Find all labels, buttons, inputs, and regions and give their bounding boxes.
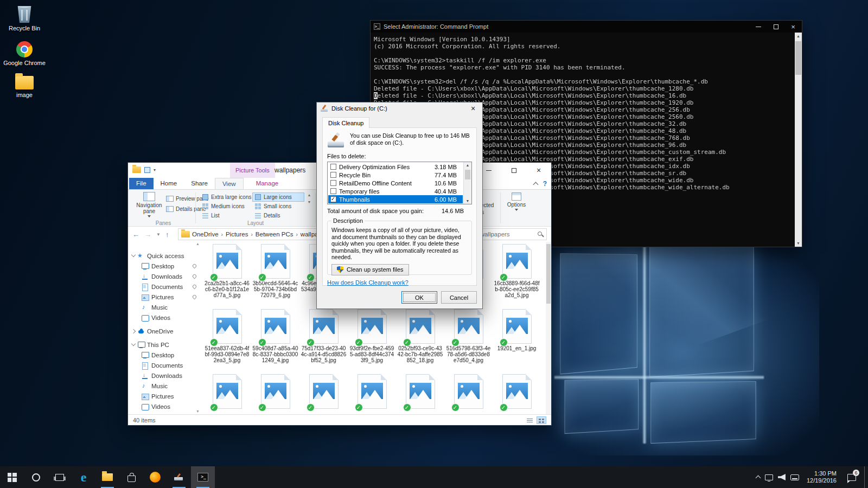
sidebar-quick-access[interactable]: Quick access <box>128 251 201 261</box>
qat-customize-chevron-icon[interactable]: ▾ <box>154 168 156 172</box>
file-item[interactable]: ✓ 2ca2b2b1-a8cc-46c6-b2e0-b1f12a1ed77a_5… <box>203 244 251 309</box>
scroll-up-icon[interactable]: ▲ <box>464 163 471 167</box>
tab-disk-cleanup[interactable]: Disk Cleanup <box>322 117 369 128</box>
file-item[interactable]: ✓ 75d17f33-de23-404c-a914-d5cd8826bf52_5… <box>299 309 348 374</box>
how-does-disk-cleanup-work-link[interactable]: How does Disk Cleanup work? <box>327 279 409 286</box>
file-item[interactable]: ✓ 19201_en_1.jpg <box>493 309 541 374</box>
cleanup-item-row[interactable]: Thumbnails 6.00 MB <box>328 195 463 203</box>
navigation-pane-button[interactable]: Navigation pane <box>133 192 165 221</box>
breadcrumb-between-pcs[interactable]: Between PCs <box>253 231 296 237</box>
file-item[interactable]: ✓ 16cb3889-f66d-48fb-805c-ee2c59f85a2d_5… <box>493 244 541 309</box>
scroll-down-icon[interactable]: ▼ <box>795 240 802 247</box>
file-item[interactable]: ✓ 0252bf93-ce9c-4342-bc7b-4affe2985852_1… <box>396 309 444 374</box>
collapsed-chevron-icon[interactable] <box>131 329 136 333</box>
file-item[interactable]: ✓ <box>299 374 348 414</box>
minimize-ribbon-icon[interactable] <box>533 182 538 188</box>
sidebar-pc-documents[interactable]: Documents <box>128 360 201 370</box>
layout-large-icons[interactable]: Large icons <box>252 192 304 202</box>
tab-file[interactable]: File <box>129 178 154 189</box>
checkbox[interactable] <box>330 188 336 194</box>
layout-small-icons[interactable]: Small icons <box>252 202 304 211</box>
breadcrumb-pictures[interactable]: Pictures <box>224 231 251 237</box>
desktop-icon-recycle-bin[interactable]: Recycle Bin <box>3 4 46 31</box>
cleanup-item-row[interactable]: Temporary files 40.4 MB <box>328 187 463 195</box>
back-button[interactable]: ← <box>132 230 139 239</box>
layout-scroll-down-icon[interactable]: ▼ <box>308 200 311 204</box>
up-button[interactable]: ↑ <box>165 230 169 239</box>
cmd-title-bar[interactable]: >_ Select Administrator: Command Prompt … <box>371 21 802 33</box>
cmd-close-button[interactable]: × <box>784 21 802 33</box>
dialog-close-button[interactable]: × <box>464 103 482 114</box>
sidebar-this-pc[interactable]: This PC <box>128 339 201 350</box>
sidebar-scrollbar[interactable]: ▲ ▼ <box>195 242 201 414</box>
cancel-button[interactable]: Cancel <box>441 291 477 304</box>
store-button[interactable] <box>119 466 143 488</box>
details-view-toggle[interactable] <box>525 416 534 424</box>
clean-up-system-files-button[interactable]: Clean up system files <box>331 264 409 275</box>
layout-details[interactable]: Details <box>252 211 304 220</box>
cmd-scrollbar[interactable]: ▲ ▼ <box>795 33 802 247</box>
options-button[interactable]: Options <box>503 192 529 223</box>
sidebar-pc-music[interactable]: Music <box>128 381 201 391</box>
thumbnail-view-toggle[interactable] <box>537 416 546 424</box>
sidebar-item-videos[interactable]: Videos <box>128 312 201 323</box>
sidebar-item-documents[interactable]: Documents <box>128 281 201 292</box>
disk-cleanup-taskbar-button[interactable] <box>167 466 191 488</box>
edge-button[interactable]: e <box>72 466 95 488</box>
scrollbar-thumb[interactable] <box>795 41 801 75</box>
tray-volume-icon[interactable] <box>778 474 786 480</box>
cmd-maximize-button[interactable] <box>767 21 784 33</box>
tab-view[interactable]: View <box>215 178 244 189</box>
scroll-down-icon[interactable]: ▼ <box>464 199 471 203</box>
tray-expand-chevron-icon[interactable] <box>755 476 761 481</box>
sidebar-pc-desktop[interactable]: Desktop <box>128 350 201 360</box>
file-item[interactable]: ✓ <box>203 374 251 414</box>
tab-share[interactable]: Share <box>184 178 215 189</box>
layout-scroll-up-icon[interactable]: ▲ <box>308 193 311 197</box>
tab-manage[interactable]: Manage <box>249 178 286 189</box>
content-scrollbar[interactable] <box>546 242 551 414</box>
file-item[interactable]: ✓ <box>396 374 444 414</box>
breadcrumb-onedrive[interactable]: OneDrive <box>190 231 221 237</box>
sidebar-item-desktop[interactable]: Desktop <box>128 261 201 271</box>
cmd-minimize-button[interactable] <box>750 21 767 33</box>
cleanup-item-row[interactable]: RetailDemo Offline Content 10.6 MB <box>328 179 463 187</box>
file-item[interactable]: ✓ 59c408d7-a85a-408c-8337-bbbc03001249_4… <box>251 309 299 374</box>
checkbox[interactable] <box>330 164 336 170</box>
forward-button[interactable]: → <box>144 230 151 239</box>
sidebar-item-pictures[interactable]: Pictures <box>128 292 201 302</box>
expand-chevron-icon[interactable] <box>131 342 136 346</box>
desktop-icon-google-chrome[interactable]: Google Chrome <box>3 41 46 66</box>
tray-keyboard-icon[interactable] <box>790 474 799 480</box>
show-desktop-button[interactable] <box>864 466 867 488</box>
checkbox[interactable] <box>330 172 336 178</box>
scroll-down-icon[interactable]: ▼ <box>195 409 201 413</box>
sidebar-pc-pictures[interactable]: Pictures <box>128 391 201 401</box>
checkbox[interactable] <box>330 196 336 202</box>
explorer-close-button[interactable]: × <box>526 163 551 178</box>
scrollbar-thumb[interactable] <box>465 170 470 179</box>
file-explorer-button[interactable] <box>95 466 119 488</box>
file-item[interactable]: ✓ <box>348 374 396 414</box>
expand-chevron-icon[interactable] <box>131 253 136 257</box>
file-item[interactable]: ✓ 3b50ecdd-5646-4c5b-9704-734b6bd72079_6… <box>251 244 299 309</box>
layout-extra-large-icons[interactable]: Extra large icons <box>200 192 252 202</box>
recent-locations-chevron-icon[interactable]: ▼ <box>156 232 161 237</box>
start-button[interactable] <box>0 466 24 488</box>
file-item[interactable]: ✓ <box>251 374 299 414</box>
task-view-button[interactable] <box>48 466 72 488</box>
ok-button[interactable]: OK <box>401 291 437 304</box>
firefox-button[interactable] <box>143 466 167 488</box>
sidebar-pc-videos[interactable]: Videos <box>128 401 201 412</box>
qat-properties-icon[interactable] <box>144 167 150 173</box>
checkbox[interactable] <box>330 180 336 186</box>
picture-tools-contextual-tab[interactable]: Picture Tools <box>230 163 275 178</box>
tray-display-icon[interactable] <box>765 474 773 480</box>
scroll-up-icon[interactable]: ▲ <box>795 33 802 40</box>
file-item[interactable]: ✓ 93df9f2e-fbe2-4595-ad83-8df44c3743f9_5… <box>348 309 396 374</box>
help-icon[interactable]: ? <box>543 180 547 188</box>
desktop-icon-image-folder[interactable]: image <box>3 76 46 98</box>
file-item[interactable]: ✓ <box>493 374 541 414</box>
explorer-maximize-button[interactable] <box>501 163 526 178</box>
dialog-title-bar[interactable]: Disk Cleanup for (C:) × <box>317 102 482 114</box>
